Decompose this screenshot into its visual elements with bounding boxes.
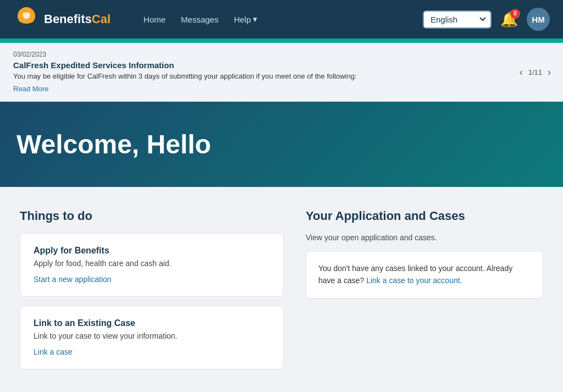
main-content: Things to do Apply for Benefits Apply fo… [7, 187, 556, 392]
link-existing-case-card: Link to an Existing Case Link to your ca… [20, 306, 284, 369]
notifications-bell[interactable]: 🔔 0 [500, 11, 518, 28]
notification-badge: 0 [510, 9, 520, 19]
alert-read-more-link[interactable]: Read More [13, 85, 48, 93]
alert-banner: 03/02/2023 CalFresh Expedited Services I… [0, 43, 563, 102]
chevron-down-icon: ▾ [253, 14, 257, 24]
application-cases-section: Your Application and Cases View your ope… [306, 209, 543, 378]
logo-text: BenefitsCal [44, 12, 111, 26]
link-case-to-account-link[interactable]: Link a case to your account. [366, 276, 462, 285]
things-to-do-section: Things to do Apply for Benefits Apply fo… [20, 209, 284, 378]
welcome-title: Welcome, Hello [16, 129, 547, 159]
no-cases-card: You don't have any cases linked to your … [306, 251, 543, 299]
logo[interactable]: BenefitsCal [13, 6, 111, 32]
link-case-desc: Link to your case to view your informati… [34, 332, 270, 340]
alert-pagination: ‹ 1/11 › [518, 67, 552, 78]
alert-title: CalFresh Expedited Services Information [13, 60, 550, 70]
nav-home[interactable]: Home [143, 15, 165, 24]
welcome-section: Welcome, Hello [0, 102, 563, 187]
application-cases-desc: View your open application and cases. [306, 233, 543, 242]
link-case-title: Link to an Existing Case [34, 318, 270, 328]
apply-benefits-card: Apply for Benefits Apply for food, healt… [20, 233, 284, 297]
teal-stripe [0, 38, 563, 43]
alert-prev-button[interactable]: ‹ [518, 67, 524, 78]
svg-point-4 [24, 15, 29, 19]
alert-page-indicator: 1/11 [528, 68, 542, 76]
alert-next-button[interactable]: › [547, 67, 552, 78]
avatar[interactable]: HM [527, 8, 550, 31]
start-new-application-link[interactable]: Start a new application [34, 275, 112, 284]
header: BenefitsCal Home Messages Help ▾ English… [0, 0, 563, 38]
link-a-case-link[interactable]: Link a case [34, 347, 73, 356]
nav-help[interactable]: Help ▾ [234, 14, 257, 24]
alert-date: 03/02/2023 [13, 51, 550, 58]
apply-benefits-title: Apply for Benefits [34, 246, 270, 256]
things-to-do-title: Things to do [20, 209, 284, 223]
header-right: English Spanish Chinese Vietnamese Korea… [423, 8, 550, 31]
language-select[interactable]: English Spanish Chinese Vietnamese Korea… [423, 10, 492, 29]
apply-benefits-desc: Apply for food, health care and cash aid… [34, 259, 270, 268]
logo-icon [13, 6, 40, 32]
application-cases-title: Your Application and Cases [306, 209, 543, 223]
main-nav: Home Messages Help ▾ [143, 14, 423, 24]
alert-body: You may be eligible for CalFresh within … [13, 72, 550, 80]
nav-messages[interactable]: Messages [181, 15, 218, 24]
